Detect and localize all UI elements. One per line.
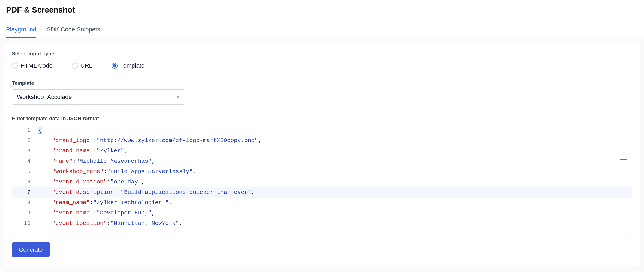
playground-panel: Select Input Type HTML Code URL Template… xyxy=(4,43,640,267)
collapse-icon[interactable]: — xyxy=(620,155,627,163)
editor-line[interactable]: 5 "workshop_name":"Build Apps Serverless… xyxy=(12,167,632,177)
line-code: "brand_name":"Zylker", xyxy=(38,146,632,156)
radio-html-code[interactable]: HTML Code xyxy=(12,62,53,69)
line-number: 1 xyxy=(12,125,38,135)
line-code: "brand_logo":"http://www.zylker.com/zf-l… xyxy=(38,135,632,146)
editor-line[interactable]: 4 "name":"Michelle Mascarenhas", xyxy=(12,156,632,167)
line-code: { xyxy=(38,125,632,135)
line-code: "name":"Michelle Mascarenhas", xyxy=(38,156,632,167)
radio-icon xyxy=(72,63,78,69)
template-label: Template xyxy=(12,80,632,86)
json-data-label: Enter template data in JSON format xyxy=(12,116,632,122)
radio-template[interactable]: Template xyxy=(112,62,145,69)
line-number: 3 xyxy=(12,146,38,156)
line-number: 4 xyxy=(12,156,38,167)
radio-url[interactable]: URL xyxy=(72,62,92,69)
line-code: "event_name":"Developer Hub,", xyxy=(38,208,632,218)
editor-line[interactable]: 8 "team_name":"Zylker Technologies ", xyxy=(12,198,632,208)
radio-label: URL xyxy=(80,62,92,69)
template-select[interactable]: Workshop_Accolade ▼ xyxy=(12,89,185,105)
editor-line[interactable]: 10 "event_location":"Manhattan, NewYork"… xyxy=(12,218,632,229)
chevron-down-icon: ▼ xyxy=(176,95,180,99)
generate-button[interactable]: Generate xyxy=(12,242,50,257)
template-select-value: Workshop_Accolade xyxy=(17,93,72,101)
tab-playground[interactable]: Playground xyxy=(6,22,36,38)
radio-label: Template xyxy=(120,62,145,69)
input-type-label: Select Input Type xyxy=(12,51,632,57)
line-code: "workshop_name":"Build Apps Serverlessly… xyxy=(38,167,632,177)
line-number: 5 xyxy=(12,167,38,177)
line-number: 2 xyxy=(12,135,38,146)
line-number: 7 xyxy=(12,187,38,198)
radio-icon xyxy=(112,63,118,69)
line-code: "event_location":"Manhattan, NewYork", xyxy=(38,218,632,229)
editor-line[interactable]: 3 "brand_name":"Zylker", xyxy=(12,146,632,156)
editor-line[interactable]: 7 "event_description":"Build application… xyxy=(12,187,632,198)
line-code: "event_duration":"one day", xyxy=(38,177,632,187)
radio-label: HTML Code xyxy=(20,62,53,69)
line-code: "team_name":"Zylker Technologies ", xyxy=(38,198,632,208)
line-number: 9 xyxy=(12,208,38,218)
input-type-radios: HTML Code URL Template xyxy=(12,62,632,69)
json-editor[interactable]: 1{2 "brand_logo":"http://www.zylker.com/… xyxy=(12,125,632,234)
editor-line[interactable]: 6 "event_duration":"one day", xyxy=(12,177,632,187)
line-code: "event_description":"Build applications … xyxy=(38,187,632,198)
line-number: 6 xyxy=(12,177,38,187)
editor-line[interactable]: 1{ xyxy=(12,125,632,135)
line-number: 8 xyxy=(12,198,38,208)
tabs: Playground SDK Code Snippets xyxy=(0,17,644,38)
editor-line[interactable]: 2 "brand_logo":"http://www.zylker.com/zf… xyxy=(12,135,632,146)
tab-sdk-snippets[interactable]: SDK Code Snippets xyxy=(47,22,100,38)
line-number: 10 xyxy=(12,218,38,229)
page-title: PDF & Screenshot xyxy=(0,0,644,17)
radio-icon xyxy=(12,63,18,69)
editor-line[interactable]: 9 "event_name":"Developer Hub,", xyxy=(12,208,632,218)
